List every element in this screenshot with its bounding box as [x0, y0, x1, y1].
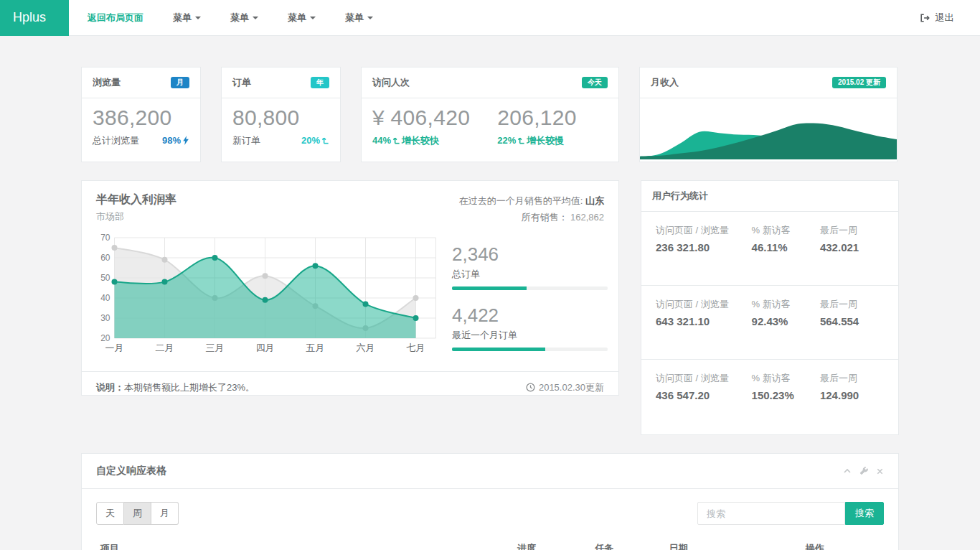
panel-responsive-table: 自定义响应表格 天 周 月 搜索: [81, 453, 899, 550]
menu-dropdown-1[interactable]: 菜单: [173, 11, 201, 24]
svg-text:七月: 七月: [407, 342, 425, 353]
behavior-row: 访问页面 / 浏览量643 321.10 % 新访客92.43% 最后一周564…: [641, 286, 898, 360]
stat-value: 80,800: [232, 106, 329, 131]
profit-line-chart: 203040506070一月二月三月四月五月六月七月: [93, 232, 440, 355]
column-header: 进度: [517, 542, 595, 550]
income-area-chart: [640, 98, 897, 159]
stat-label: 新订单: [232, 134, 260, 147]
card-title: 月收入: [651, 76, 679, 89]
svg-text:四月: 四月: [256, 342, 275, 353]
total-orders-progress: [452, 286, 608, 290]
caret-down-icon: [253, 17, 258, 19]
search-button[interactable]: 搜索: [845, 502, 884, 525]
logout-button[interactable]: 退出: [920, 11, 954, 24]
card-title: 访问人次: [372, 76, 410, 89]
svg-text:二月: 二月: [156, 342, 174, 353]
month-orders-progress: [452, 348, 608, 351]
menu-dropdown-2[interactable]: 菜单: [230, 11, 258, 24]
search-input[interactable]: [697, 502, 845, 525]
brand-logo[interactable]: Hplus: [0, 0, 69, 36]
total-orders-label: 总订单: [452, 268, 608, 281]
menu-dropdown-4[interactable]: 菜单: [345, 11, 373, 24]
panel-title: 自定义响应表格: [96, 465, 166, 477]
behavior-row: 访问页面 / 浏览量236 321.80 % 新访客46.11% 最后一周432…: [641, 212, 898, 286]
navbar: Hplus 返回布局页面 菜单 菜单 菜单 菜单 退出: [0, 0, 980, 36]
menu-dropdown-3[interactable]: 菜单: [288, 11, 316, 24]
updated-badge: 2015.02 更新: [832, 77, 886, 88]
avg-value: 山东: [585, 195, 604, 206]
level-up-icon: [392, 136, 400, 144]
stat-label: 总计浏览量: [93, 134, 139, 147]
caret-down-icon: [195, 17, 201, 19]
column-header: 操作: [806, 542, 880, 550]
card-visits: 访问人次 今天 ¥ 406,420 44% 增长较快 206,120 22%: [361, 67, 619, 162]
stat-value: 386,200: [93, 106, 189, 131]
card-title: 浏览量: [93, 76, 121, 89]
period-badge: 月: [171, 77, 189, 88]
panel-subtitle: 市场部: [96, 210, 176, 223]
card-orders: 订单 年 80,800 新订单 20%: [221, 67, 341, 162]
card-monthly-income: 月收入 2015.02 更新: [639, 67, 897, 162]
svg-text:一月: 一月: [105, 342, 124, 353]
filter-week-button[interactable]: 周: [124, 502, 151, 525]
card-page-views: 浏览量 月 386,200 总计浏览量 98%: [81, 67, 201, 162]
panel-summary: 在过去的一个月销售的平均值: 山东 所有销售： 162,862: [459, 192, 604, 226]
column-header: 任务: [595, 542, 669, 550]
stat-metric: 20%: [301, 135, 329, 146]
table-header-row: 项目 进度 任务 日期 操作: [96, 542, 884, 550]
svg-text:五月: 五月: [306, 342, 325, 353]
month-orders-label: 最近一个月订单: [452, 329, 608, 342]
close-icon[interactable]: [876, 467, 884, 475]
updated-timestamp: 2015.02.30更新: [526, 381, 604, 394]
panel-title: 半年收入利润率: [96, 192, 176, 208]
level-up-icon: [517, 136, 525, 144]
period-filter-group: 天 周 月: [96, 502, 179, 525]
stat-metric: 44% 增长较快: [372, 134, 470, 147]
sales-value: 162,862: [570, 212, 604, 223]
page-content: 浏览量 月 386,200 总计浏览量 98% 订单 年 80,: [81, 36, 899, 550]
stat-metric: 22% 增长较慢: [497, 134, 577, 147]
stat-value: ¥ 406,420: [372, 106, 470, 131]
svg-text:60: 60: [100, 253, 110, 263]
collapse-icon[interactable]: [843, 467, 852, 475]
panel-note: 说明：本期销售额比上期增长了23%。: [96, 381, 255, 394]
svg-text:三月: 三月: [206, 342, 225, 353]
level-up-icon: [321, 136, 329, 144]
svg-text:六月: 六月: [357, 342, 375, 353]
svg-text:50: 50: [100, 273, 110, 283]
order-stats: 2,346 总订单 4,422 最近一个月订单: [440, 232, 608, 365]
column-header: 项目: [100, 542, 517, 550]
period-badge: 今天: [582, 77, 608, 88]
sign-out-icon: [920, 13, 930, 23]
period-badge: 年: [311, 77, 329, 88]
stat-metric: 98%: [162, 135, 189, 146]
panel-title: 用户行为统计: [652, 190, 708, 202]
svg-text:40: 40: [100, 293, 110, 303]
back-to-layout-link[interactable]: 返回布局页面: [88, 11, 143, 24]
svg-text:70: 70: [100, 233, 110, 243]
panel-half-year-profit: 半年收入利润率 市场部 在过去的一个月销售的平均值: 山东 所有销售： 162,…: [81, 180, 619, 396]
bolt-icon: [182, 136, 189, 145]
stat-value: 206,120: [497, 106, 577, 131]
filter-month-button[interactable]: 月: [151, 502, 179, 525]
total-orders-value: 2,346: [452, 243, 608, 266]
caret-down-icon: [310, 17, 316, 19]
behavior-row: 访问页面 / 浏览量436 547.20 % 新访客150.23% 最后一周12…: [641, 360, 898, 434]
month-orders-value: 4,422: [452, 304, 608, 327]
wrench-icon[interactable]: [859, 467, 868, 475]
column-header: 日期: [669, 542, 806, 550]
svg-text:30: 30: [100, 313, 110, 323]
panel-user-behavior: 用户行为统计 访问页面 / 浏览量236 321.80 % 新访客46.11% …: [641, 180, 899, 435]
card-title: 订单: [232, 76, 251, 89]
caret-down-icon: [367, 17, 373, 19]
filter-day-button[interactable]: 天: [96, 502, 124, 525]
clock-icon: [526, 383, 535, 392]
visits-left-stat: ¥ 406,420 44% 增长较快: [372, 106, 470, 147]
svg-text:20: 20: [100, 333, 110, 343]
visits-right-stat: 206,120 22% 增长较慢: [497, 106, 577, 147]
